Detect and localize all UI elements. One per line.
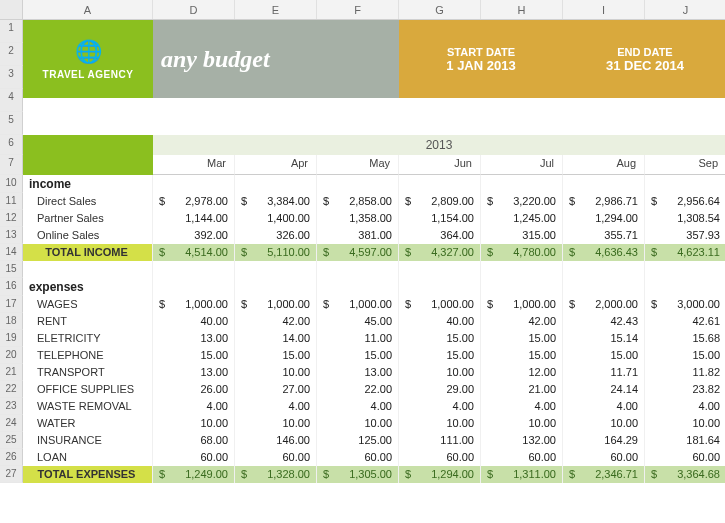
data-cell[interactable]: 23.82 <box>645 381 725 398</box>
data-cell[interactable]: 42.43 <box>563 313 645 330</box>
row-label[interactable]: WASTE REMOVAL <box>23 398 153 415</box>
row-header[interactable]: 26 <box>0 449 23 466</box>
data-cell[interactable]: 13.00 <box>317 364 399 381</box>
row-header-4[interactable]: 4 <box>0 89 23 112</box>
data-cell[interactable]: 21.00 <box>481 381 563 398</box>
data-cell[interactable]: $1,000.00 <box>399 296 481 313</box>
total-income-cell[interactable]: $4,780.00 <box>481 244 563 261</box>
row-header-6[interactable]: 6 <box>0 135 23 155</box>
row-header-5[interactable]: 5 <box>0 112 23 135</box>
month-header[interactable]: Sep <box>645 155 725 175</box>
data-cell[interactable]: 15.00 <box>481 347 563 364</box>
data-cell[interactable]: 4.00 <box>235 398 317 415</box>
month-header[interactable]: Jun <box>399 155 481 175</box>
row-label[interactable]: WAGES <box>23 296 153 313</box>
data-cell[interactable]: 132.00 <box>481 432 563 449</box>
data-cell[interactable]: 10.00 <box>399 364 481 381</box>
row-label[interactable]: Partner Sales <box>23 210 153 227</box>
data-cell[interactable]: $1,000.00 <box>317 296 399 313</box>
row-header-2[interactable]: 2 <box>0 43 23 66</box>
data-cell[interactable]: $2,956.64 <box>645 193 725 210</box>
data-cell[interactable]: 125.00 <box>317 432 399 449</box>
data-cell[interactable]: 60.00 <box>399 449 481 466</box>
row-header-7[interactable]: 7 <box>0 155 23 175</box>
col-header-H[interactable]: H <box>481 0 563 19</box>
data-cell[interactable]: 14.00 <box>235 330 317 347</box>
row-header[interactable]: 15 <box>0 261 23 278</box>
total-expenses-cell[interactable]: $2,346.71 <box>563 466 645 483</box>
data-cell[interactable]: 22.00 <box>317 381 399 398</box>
row-label[interactable]: ELETRICITY <box>23 330 153 347</box>
row-header[interactable]: 19 <box>0 330 23 347</box>
data-cell[interactable]: 13.00 <box>153 364 235 381</box>
row-header-1[interactable]: 1 <box>0 20 23 43</box>
data-cell[interactable]: 60.00 <box>153 449 235 466</box>
month-header[interactable]: Mar <box>153 155 235 175</box>
month-header[interactable]: Aug <box>563 155 645 175</box>
data-cell[interactable]: 15.00 <box>317 347 399 364</box>
month-header[interactable]: Apr <box>235 155 317 175</box>
row-header[interactable]: 13 <box>0 227 23 244</box>
data-cell[interactable]: 10.00 <box>235 415 317 432</box>
row-header[interactable]: 25 <box>0 432 23 449</box>
data-cell[interactable]: 10.00 <box>645 415 725 432</box>
month-header[interactable]: May <box>317 155 399 175</box>
data-cell[interactable]: $2,978.00 <box>153 193 235 210</box>
row-label[interactable]: WATER <box>23 415 153 432</box>
data-cell[interactable]: 10.00 <box>153 415 235 432</box>
data-cell[interactable]: 40.00 <box>153 313 235 330</box>
data-cell[interactable]: 1,358.00 <box>317 210 399 227</box>
data-cell[interactable]: 15.68 <box>645 330 725 347</box>
data-cell[interactable]: $3,000.00 <box>645 296 725 313</box>
total-expenses-label[interactable]: TOTAL EXPENSES <box>23 466 153 483</box>
data-cell[interactable]: 146.00 <box>235 432 317 449</box>
data-cell[interactable]: 10.00 <box>317 415 399 432</box>
row-header[interactable]: 10 <box>0 175 23 193</box>
col-header-I[interactable]: I <box>563 0 645 19</box>
data-cell[interactable]: 10.00 <box>481 415 563 432</box>
row-label[interactable]: TRANSPORT <box>23 364 153 381</box>
data-cell[interactable]: $1,000.00 <box>481 296 563 313</box>
data-cell[interactable]: 1,400.00 <box>235 210 317 227</box>
data-cell[interactable]: 1,308.54 <box>645 210 725 227</box>
data-cell[interactable]: 10.00 <box>235 364 317 381</box>
total-expenses-cell[interactable]: $3,364.68 <box>645 466 725 483</box>
row-header[interactable]: 24 <box>0 415 23 432</box>
total-expenses-cell[interactable]: $1,249.00 <box>153 466 235 483</box>
data-cell[interactable]: 357.93 <box>645 227 725 244</box>
row-header[interactable]: 12 <box>0 210 23 227</box>
total-income-cell[interactable]: $4,597.00 <box>317 244 399 261</box>
data-cell[interactable]: 1,144.00 <box>153 210 235 227</box>
data-cell[interactable]: 1,245.00 <box>481 210 563 227</box>
data-cell[interactable]: 355.71 <box>563 227 645 244</box>
total-expenses-cell[interactable]: $1,311.00 <box>481 466 563 483</box>
data-cell[interactable]: 10.00 <box>399 415 481 432</box>
data-cell[interactable]: 60.00 <box>317 449 399 466</box>
data-cell[interactable]: 40.00 <box>399 313 481 330</box>
data-cell[interactable]: $2,000.00 <box>563 296 645 313</box>
data-cell[interactable]: 45.00 <box>317 313 399 330</box>
data-cell[interactable]: 4.00 <box>317 398 399 415</box>
data-cell[interactable]: 11.82 <box>645 364 725 381</box>
data-cell[interactable]: 164.29 <box>563 432 645 449</box>
data-cell[interactable]: 326.00 <box>235 227 317 244</box>
month-header[interactable]: Jul <box>481 155 563 175</box>
row-label[interactable]: Direct Sales <box>23 193 153 210</box>
data-cell[interactable]: $3,384.00 <box>235 193 317 210</box>
data-cell[interactable]: 11.00 <box>317 330 399 347</box>
col-header-J[interactable]: J <box>645 0 725 19</box>
data-cell[interactable]: 29.00 <box>399 381 481 398</box>
row-header[interactable]: 14 <box>0 244 23 261</box>
row-label[interactable]: OFFICE SUPPLIES <box>23 381 153 398</box>
data-cell[interactable]: 13.00 <box>153 330 235 347</box>
data-cell[interactable]: $2,809.00 <box>399 193 481 210</box>
total-income-cell[interactable]: $5,110.00 <box>235 244 317 261</box>
data-cell[interactable]: 42.61 <box>645 313 725 330</box>
data-cell[interactable]: 15.14 <box>563 330 645 347</box>
row-header[interactable]: 17 <box>0 296 23 313</box>
expenses-title[interactable]: expenses <box>23 278 153 296</box>
row-header[interactable]: 18 <box>0 313 23 330</box>
data-cell[interactable]: 15.00 <box>153 347 235 364</box>
col-header-A[interactable]: A <box>23 0 153 19</box>
data-cell[interactable]: 4.00 <box>399 398 481 415</box>
